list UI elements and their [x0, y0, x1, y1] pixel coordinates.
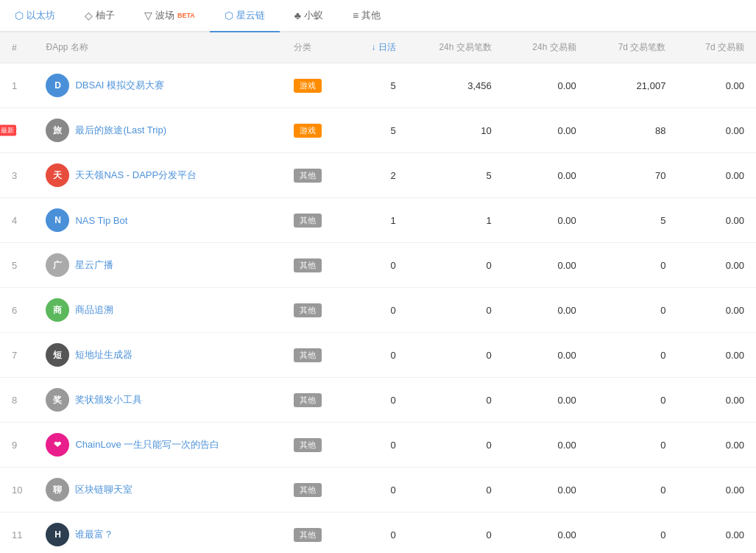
dapp-icon: 广	[46, 253, 69, 277]
dapp-name-cell: H谁最富？	[46, 523, 270, 546]
dapp-link[interactable]: ChainLove 一生只能写一次的告白	[75, 438, 219, 451]
category-badge: 其他	[294, 258, 322, 272]
cell-vol24h: 0.00	[504, 108, 588, 153]
new-badge: 最新	[0, 125, 16, 136]
dapp-link[interactable]: 天天领NAS - DAPP分发平台	[75, 169, 197, 182]
tab-icon-bofield: ▽	[144, 10, 152, 21]
table-row: 1DDBSAI 模拟交易大赛游戏53,4560.0021,0070.00	[0, 63, 756, 108]
dapp-link[interactable]: 谁最富？	[75, 528, 113, 541]
tab-icon-ethereum: ⬡	[15, 10, 24, 21]
table-row: 8奖奖状颁发小工具其他000.0000.00	[0, 378, 756, 423]
cell-vol7d: 0.00	[677, 108, 756, 153]
tab-other[interactable]: ≡其他	[338, 0, 395, 31]
cell-vol7d: 0.00	[677, 513, 756, 554]
tab-yuzi[interactable]: ◇柚子	[70, 0, 130, 31]
cell-category: 其他	[282, 513, 347, 554]
cell-tx24h: 0	[408, 333, 504, 378]
cell-daily: 5	[347, 108, 408, 153]
tab-label-ethereum: 以太坊	[27, 9, 55, 22]
category-badge: 其他	[294, 393, 322, 407]
header-row: #ÐApp 名称分类↓ 日活24h 交易笔数24h 交易额7d 交易笔数7d 交…	[0, 32, 756, 63]
cell-tx7d: 0	[588, 513, 678, 554]
tabs-container: ⬡以太坊◇柚子▽波场BETA⬡星云链♣小蚁≡其他	[0, 0, 756, 32]
cell-rank: 10	[0, 468, 34, 513]
table-header: #ÐApp 名称分类↓ 日活24h 交易笔数24h 交易额7d 交易笔数7d 交…	[0, 32, 756, 63]
cell-vol7d: 0.00	[677, 63, 756, 108]
cell-name: 短短地址生成器	[34, 333, 282, 378]
cell-rank: 8	[0, 378, 34, 423]
table-body: 1DDBSAI 模拟交易大赛游戏53,4560.0021,0070.00最新2旅…	[0, 63, 756, 554]
cell-tx24h: 0	[408, 513, 504, 554]
cell-vol24h: 0.00	[504, 63, 588, 108]
dapp-icon: 短	[46, 343, 69, 367]
dapp-icon: 奖	[46, 388, 69, 412]
dapp-name-cell: 聊区块链聊天室	[46, 478, 270, 501]
cell-vol24h: 0.00	[504, 378, 588, 423]
dapp-name-cell: 旅最后的旅途(Last Trip)	[46, 119, 270, 142]
cell-category: 其他	[282, 378, 347, 423]
cell-daily: 0	[347, 243, 408, 288]
cell-category: 其他	[282, 243, 347, 288]
dapp-table: #ÐApp 名称分类↓ 日活24h 交易笔数24h 交易额7d 交易笔数7d 交…	[0, 32, 756, 553]
dapp-link[interactable]: 星云广播	[75, 258, 113, 272]
cell-name: H谁最富？	[34, 513, 282, 554]
dapp-link[interactable]: 商品追溯	[75, 303, 113, 317]
dapp-link[interactable]: 区块链聊天室	[75, 483, 133, 496]
col-header-rank: #	[0, 32, 34, 63]
cell-category: 游戏	[282, 108, 347, 153]
dapp-link[interactable]: NAS Tip Bot	[75, 215, 127, 226]
cell-daily: 0	[347, 378, 408, 423]
dapp-link[interactable]: DBSAI 模拟交易大赛	[75, 79, 164, 92]
tab-nebulas[interactable]: ⬡星云链	[210, 0, 280, 32]
cell-vol7d: 0.00	[677, 378, 756, 423]
cell-rank: 4	[0, 198, 34, 243]
dapp-name-cell: DDBSAI 模拟交易大赛	[46, 74, 270, 97]
dapp-name-cell: NNAS Tip Bot	[46, 208, 270, 232]
col-header-vol24h: 24h 交易额	[504, 32, 588, 63]
tab-label-xiaoyi: 小蚁	[304, 9, 323, 22]
dapp-name-cell: ❤ChainLove 一生只能写一次的告白	[46, 433, 270, 457]
category-badge: 游戏	[294, 79, 322, 93]
cell-tx24h: 0	[408, 288, 504, 333]
cell-daily: 2	[347, 153, 408, 198]
cell-tx7d: 0	[588, 468, 678, 513]
table-row: 5广星云广播其他000.0000.00	[0, 243, 756, 288]
cell-tx7d: 5	[588, 198, 678, 243]
tab-ethereum[interactable]: ⬡以太坊	[0, 0, 70, 31]
cell-category: 游戏	[282, 63, 347, 108]
cell-vol24h: 0.00	[504, 468, 588, 513]
cell-tx7d: 0	[588, 423, 678, 468]
dapp-link[interactable]: 最后的旅途(Last Trip)	[75, 124, 166, 137]
cell-tx24h: 5	[408, 153, 504, 198]
tab-bofield[interactable]: ▽波场BETA	[130, 0, 210, 31]
dapp-icon: 商	[46, 298, 69, 322]
tab-label-bofield: 波场	[155, 9, 174, 22]
cell-vol24h: 0.00	[504, 153, 588, 198]
col-header-category: 分类	[282, 32, 347, 63]
col-header-vol7d: 7d 交易额	[677, 32, 756, 63]
cell-tx24h: 0	[408, 468, 504, 513]
cell-daily: 0	[347, 423, 408, 468]
table-row: 11H谁最富？其他000.0000.00	[0, 513, 756, 554]
dapp-link[interactable]: 奖状颁发小工具	[75, 393, 142, 406]
cell-rank: 6	[0, 288, 34, 333]
tab-label-yuzi: 柚子	[96, 9, 115, 22]
dapp-link[interactable]: 短地址生成器	[75, 348, 133, 362]
col-header-daily: ↓ 日活	[347, 32, 408, 63]
cell-name: NNAS Tip Bot	[34, 198, 282, 243]
cell-rank: 11	[0, 513, 34, 554]
cell-vol7d: 0.00	[677, 243, 756, 288]
cell-tx7d: 88	[588, 108, 678, 153]
dapp-name-cell: 短短地址生成器	[46, 343, 270, 367]
category-badge: 其他	[294, 303, 322, 317]
cell-daily: 5	[347, 63, 408, 108]
tab-xiaoyi[interactable]: ♣小蚁	[280, 0, 338, 31]
tabs-nav: ⬡以太坊◇柚子▽波场BETA⬡星云链♣小蚁≡其他	[0, 0, 756, 32]
cell-vol24h: 0.00	[504, 243, 588, 288]
category-badge: 其他	[294, 348, 322, 362]
cell-vol24h: 0.00	[504, 513, 588, 554]
dapp-icon: 旅	[46, 119, 69, 142]
cell-vol7d: 0.00	[677, 153, 756, 198]
cell-name: 广星云广播	[34, 243, 282, 288]
dapp-name-cell: 广星云广播	[46, 253, 270, 277]
